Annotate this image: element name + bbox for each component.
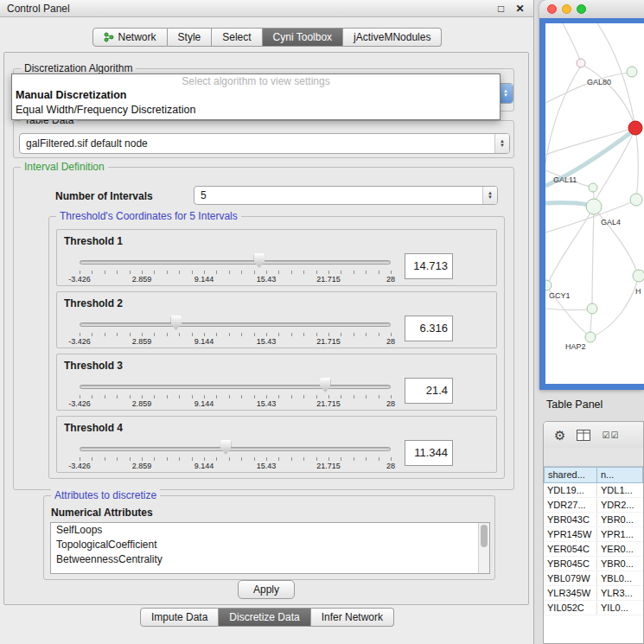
table-cell: YDL19...: [544, 483, 597, 497]
threshold-box: Threshold 2 -3.4262.8599.14415.4321.7152…: [56, 291, 497, 348]
table-data-group: Table Data galFiltered.sif default node …: [13, 120, 514, 158]
close-traffic-light-icon[interactable]: [547, 4, 557, 14]
table-row[interactable]: YBR045CYBR0...: [544, 557, 643, 571]
slider-scale-label: 15.43: [257, 462, 277, 470]
combo-stepper-icon[interactable]: ▲▼: [482, 187, 497, 204]
table-row[interactable]: YIL052CYIL0...: [544, 601, 643, 615]
slider-thumb[interactable]: [320, 378, 331, 392]
table-cell: YBR0...: [597, 513, 643, 526]
slider-thumb[interactable]: [220, 440, 232, 455]
network-canvas[interactable]: GAL80GAL11GAL4GCY1HAP2H: [545, 23, 644, 384]
network-node[interactable]: [545, 280, 552, 290]
threshold-label: Threshold 3: [64, 360, 123, 372]
table-cell: YER0...: [597, 542, 643, 556]
network-node[interactable]: [585, 332, 596, 342]
tab-label: Network: [118, 31, 156, 43]
column-header-shared-name[interactable]: shared...: [544, 467, 597, 483]
slider-scale-label: -3.426: [68, 275, 91, 284]
table-row[interactable]: YLR345WYLR3...: [544, 586, 643, 601]
tab-label: Discretize Data: [229, 611, 299, 623]
slider-scale-label: 28: [386, 275, 395, 284]
control-panel-titlebar: Control Panel □ ✕: [0, 0, 533, 17]
network-node[interactable]: [577, 59, 585, 67]
minimize-traffic-light-icon[interactable]: [562, 4, 571, 14]
tab-select[interactable]: Select: [212, 28, 262, 47]
threshold-value-field[interactable]: 14.713: [405, 253, 453, 279]
cyni-toolbox-panel: Discretization Algorithm ▲▼ Select algor…: [3, 52, 529, 605]
table-row[interactable]: YER054CYER0...: [544, 542, 643, 557]
slider-scale-label: -3.426: [68, 462, 91, 470]
table-cell: YLR3...: [597, 586, 643, 600]
threshold-value-field[interactable]: 21.4: [405, 378, 453, 404]
threshold-slider[interactable]: -3.4262.8599.14415.4321.71528: [80, 436, 391, 472]
tab-style[interactable]: Style: [168, 28, 213, 47]
close-window-icon[interactable]: ✕: [513, 3, 526, 15]
slider-scale-label: 21.715: [316, 399, 341, 408]
gear-icon[interactable]: ⚙: [554, 429, 565, 442]
slider-ticks: [80, 271, 392, 274]
attributes-list[interactable]: SelfLoopsTopologicalCoefficientBetweenne…: [50, 522, 490, 574]
attributes-scrollbar[interactable]: [478, 523, 489, 573]
zoom-traffic-light-icon[interactable]: [577, 4, 586, 14]
tab-label: Style: [178, 31, 201, 43]
network-node[interactable]: [630, 194, 642, 206]
table-cell: YDR27...: [544, 498, 597, 512]
tab-network[interactable]: Network: [92, 28, 168, 47]
attribute-item[interactable]: SelfLoops: [51, 523, 489, 538]
tab-jactivemnodules[interactable]: jActiveMNodules: [343, 28, 442, 47]
network-node[interactable]: [589, 183, 597, 192]
network-edge: [563, 23, 581, 63]
network-node-selected[interactable]: [628, 121, 642, 135]
float-window-icon[interactable]: □: [494, 3, 507, 15]
slider-thumb[interactable]: [170, 316, 182, 330]
scrollbar-thumb[interactable]: [481, 525, 488, 547]
slider-scale-label: 28: [386, 462, 395, 470]
threshold-slider[interactable]: -3.4262.8599.14415.4321.71528: [80, 249, 391, 285]
threshold-slider[interactable]: -3.4262.8599.14415.4321.71528: [80, 373, 391, 410]
bottom-tab-infer-network[interactable]: Infer Network: [311, 608, 394, 627]
threshold-value-field[interactable]: 6.316: [405, 316, 453, 341]
bottom-tab-discretize-data[interactable]: Discretize Data: [219, 608, 310, 627]
table-cell: YIL052C: [544, 601, 597, 615]
attribute-item[interactable]: TopologicalCoefficient: [51, 538, 489, 552]
table-row[interactable]: YDR27...YDR2...: [544, 498, 643, 513]
network-node[interactable]: [587, 303, 597, 314]
threshold-value-field[interactable]: 11.344: [405, 440, 453, 466]
algorithm-dropdown-popup: Select algorithm to view settings Manual…: [11, 73, 501, 120]
bottom-tab-impute-data[interactable]: Impute Data: [140, 608, 219, 627]
apply-button[interactable]: Apply: [238, 580, 295, 599]
network-node[interactable]: [633, 270, 644, 282]
network-edge: [591, 278, 638, 337]
num-intervals-combo-text: 5: [194, 189, 482, 201]
network-node[interactable]: [586, 199, 602, 214]
slider-track[interactable]: [80, 322, 391, 327]
slider-track[interactable]: [80, 385, 391, 389]
table-row[interactable]: YPR145WYPR1...: [544, 527, 643, 542]
num-intervals-combo[interactable]: 5 ▲▼: [194, 186, 498, 205]
slider-track[interactable]: [80, 447, 391, 451]
algorithm-option[interactable]: Equal Width/Frequency Discretization: [12, 103, 500, 118]
slider-scale-label: 28: [386, 337, 395, 346]
slider-track[interactable]: [80, 260, 391, 265]
tab-cyni-toolbox[interactable]: Cyni Toolbox: [263, 28, 343, 47]
column-checkboxes-icon[interactable]: ☑☑: [602, 430, 619, 440]
table-row[interactable]: YBR043CYBR0...: [544, 513, 643, 527]
network-edge-thick: [545, 203, 589, 205]
network-node[interactable]: [627, 67, 637, 77]
combo-stepper-icon[interactable]: ▲▼: [494, 134, 509, 153]
slider-thumb[interactable]: [253, 253, 265, 268]
slider-scale-label: 9.144: [194, 275, 214, 284]
slider-ticks: [80, 457, 392, 461]
table-data-combo[interactable]: galFiltered.sif default node ▲▼: [19, 133, 510, 154]
slider-scale-label: 15.43: [257, 337, 277, 346]
columns-icon[interactable]: [577, 430, 590, 441]
table-row[interactable]: YDL19...YDL1...: [544, 483, 643, 498]
threshold-slider[interactable]: -3.4262.8599.14415.4321.71528: [80, 311, 391, 348]
attribute-item[interactable]: BetweennessCentrality: [51, 552, 489, 567]
table-cell: YBR043C: [544, 513, 597, 526]
table-cell: YIL0...: [597, 601, 643, 615]
algorithm-option[interactable]: Manual Discretization: [12, 88, 500, 103]
table-row[interactable]: YBL079WYBL0...: [544, 571, 643, 586]
right-region: GAL80GAL11GAL4GCY1HAP2H Table Panel ⚙ ☑☑…: [534, 0, 644, 644]
column-header-name[interactable]: n...: [597, 467, 643, 483]
